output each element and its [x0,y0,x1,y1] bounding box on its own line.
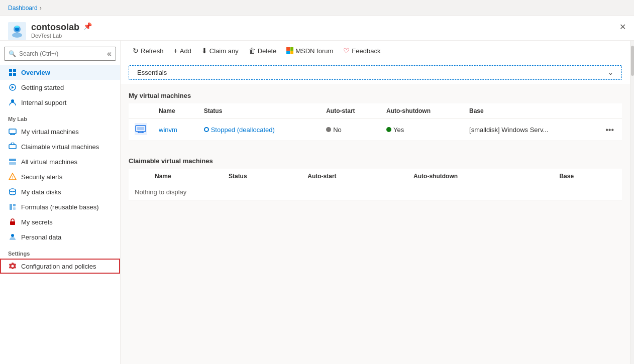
svg-point-10 [11,99,14,102]
svg-rect-5 [9,69,12,72]
no-data-row: Nothing to display [129,184,622,200]
sidebar-item-configuration-policies[interactable]: Configuration and policies [0,259,120,274]
add-button[interactable]: + Add [170,45,195,57]
delete-button[interactable]: 🗑 Delete [245,45,281,57]
sidebar-item-security-alerts-label: Security alerts [21,173,62,181]
sidebar-item-getting-started[interactable]: Getting started [0,80,120,95]
delete-icon: 🗑 [249,47,256,55]
sidebar-item-my-vms-label: My virtual machines [21,128,79,136]
content-scroll: My virtual machines Name Status Auto-sta… [121,84,630,364]
sidebar-item-all-vms[interactable]: All virtual machines [0,154,120,169]
claimable-vms-col-status: Status [223,169,301,184]
svg-point-2 [12,33,22,38]
search-container[interactable]: 🔍 « [4,47,116,61]
all-vms-icon [8,157,17,166]
my-vms-col-autostart: Auto-start [320,103,380,119]
status-dot-no [326,127,331,132]
svg-rect-20 [10,221,15,225]
svg-rect-13 [9,159,16,161]
content-area: ↻ Refresh + Add ⬇ Claim any 🗑 Delete MSD… [121,41,630,364]
collapse-button[interactable]: « [107,49,112,58]
secrets-icon [8,217,17,226]
table-row[interactable]: winvm Stopped (deallocated) No [129,119,622,141]
vm-autoshutdown-text: Yes [393,126,404,134]
close-icon[interactable]: ✕ [619,22,626,32]
sidebar-item-claimable-vms-label: Claimable virtual machines [21,143,99,151]
essentials-chevron: ⌄ [608,69,613,76]
search-input[interactable] [19,50,107,57]
internal-support-icon [8,98,17,107]
breadcrumb-dashboard[interactable]: Dashboard [8,5,38,12]
add-icon: + [174,47,178,55]
vm-status-text: Stopped (deallocated) [211,126,275,134]
sidebar-item-security-alerts[interactable]: ! Security alerts [0,169,120,184]
sidebar-item-my-vms[interactable]: My virtual machines [0,124,120,139]
svg-rect-11 [9,129,16,134]
sidebar-item-overview[interactable]: Overview [0,65,120,80]
add-label: Add [180,47,191,55]
claimable-vms-table: Name Status Auto-start Auto-shutdown Bas… [129,169,622,200]
svg-rect-14 [9,162,16,165]
vm-autostart-text: No [333,126,342,134]
sidebar: 🔍 « Overview Getting started Internal su… [0,41,121,364]
claimable-vms-col-autostart: Auto-start [301,169,407,184]
heart-icon: ♡ [343,47,350,55]
sidebar-item-personal-data-label: Personal data [21,233,61,241]
my-vms-col-name: Name [153,103,198,119]
msdn-icon [286,47,293,54]
sidebar-item-formulas[interactable]: Formulas (reusable bases) [0,199,120,214]
my-vms-table: Name Status Auto-start Auto-shutdown Bas… [129,103,622,141]
claimable-vms-col-name: Name [149,169,223,184]
my-vms-col-icon [129,103,153,119]
page-header: contosolab DevTest Lab 📌 ✕ [0,16,634,41]
settings-section-label: Settings [0,245,120,259]
refresh-button[interactable]: ↻ Refresh [129,45,168,57]
scroll-indicator[interactable] [630,41,634,364]
sidebar-item-config-policies-label: Configuration and policies [21,263,96,270]
svg-rect-6 [13,69,16,72]
sidebar-item-internal-support[interactable]: Internal support [0,95,120,110]
sidebar-item-overview-label: Overview [21,69,50,76]
msdn-forum-label: MSDN forum [295,47,333,55]
svg-rect-8 [13,73,16,76]
formulas-icon [8,202,17,211]
feedback-label: Feedback [352,47,380,55]
my-vms-icon [8,127,17,136]
sidebar-item-claimable-vms[interactable]: Claimable virtual machines [0,139,120,154]
claimable-vms-icon [8,142,17,151]
svg-rect-24 [137,127,144,130]
msdn-forum-button[interactable]: MSDN forum [282,45,337,57]
svg-rect-7 [9,73,12,76]
sidebar-item-formulas-label: Formulas (reusable bases) [21,203,99,211]
vm-more-button[interactable]: ••• [603,126,616,135]
sidebar-item-personal-data[interactable]: Personal data [0,229,120,245]
gear-icon [8,262,17,271]
status-dot-yes [386,127,391,132]
svg-rect-18 [13,204,16,206]
sidebar-item-my-data-disks[interactable]: My data disks [0,184,120,199]
page-title: contosolab [31,22,79,33]
sidebar-item-my-secrets-label: My secrets [21,218,53,226]
my-data-disks-icon [8,187,17,196]
toolbar: ↻ Refresh + Add ⬇ Claim any 🗑 Delete MSD… [121,41,630,61]
header-text: contosolab DevTest Lab [31,22,79,39]
main-layout: 🔍 « Overview Getting started Internal su… [0,41,634,364]
sidebar-item-getting-started-label: Getting started [21,84,64,91]
claim-any-button[interactable]: ⬇ Claim any [197,45,243,57]
status-dot-stopped [204,127,209,132]
getting-started-icon [8,83,17,92]
page-subtitle: DevTest Lab [31,33,79,39]
feedback-button[interactable]: ♡ Feedback [339,45,384,57]
devtest-lab-icon [8,22,26,40]
refresh-label: Refresh [141,47,164,55]
sidebar-item-my-secrets[interactable]: My secrets [0,214,120,229]
svg-rect-19 [13,207,16,210]
pin-icon[interactable]: 📌 [83,22,92,30]
essentials-bar[interactable]: Essentials ⌄ [129,65,622,80]
claimable-vms-col-autoshutdown: Auto-shutdown [407,169,553,184]
claim-any-label: Claim any [209,47,239,55]
mylab-section-label: My Lab [0,110,120,124]
vm-autoshutdown: Yes [386,126,404,134]
my-vms-section-title: My virtual machines [129,92,622,99]
vm-name[interactable]: winvm [153,119,198,141]
